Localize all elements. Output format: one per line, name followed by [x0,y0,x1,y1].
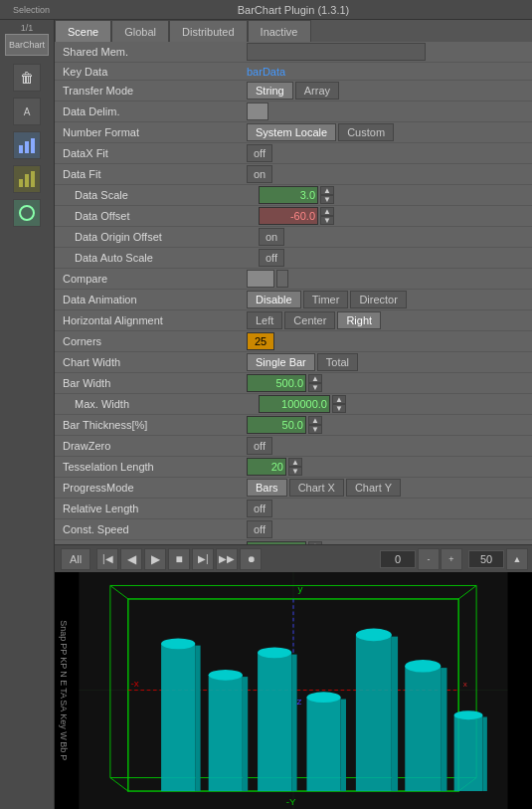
icon-a[interactable]: A [13,98,41,125]
bar-thickness-down[interactable]: ▼ [308,425,322,434]
btn-relative-length[interactable]: off [247,500,272,517]
row-chart-width: Chart Width Single Bar Total [55,352,532,373]
plugin-tabs: Scene Global Distributed Inactive [55,20,532,42]
btn-chart-y[interactable]: Chart Y [346,479,401,497]
svg-rect-21 [161,644,195,791]
svg-point-34 [356,629,392,642]
bar-width-input[interactable] [247,374,306,392]
tesselation-length-down[interactable]: ▼ [288,467,302,476]
tesselation-length-up[interactable]: ▲ [288,458,302,467]
btn-data-fit[interactable]: on [247,165,272,183]
btn-array[interactable]: Array [295,82,339,100]
btn-right[interactable]: Right [337,311,381,329]
btn-single-bar[interactable]: Single Bar [247,353,315,371]
data-delim-swatch[interactable] [247,102,268,120]
btn-left[interactable]: Left [247,311,282,329]
btn-string[interactable]: String [247,82,293,100]
bar-width-up[interactable]: ▲ [308,374,322,383]
bar-width-down[interactable]: ▼ [308,383,322,392]
svg-rect-32 [341,700,346,792]
const-speed-controls: off [247,520,528,538]
btn-datax-fit[interactable]: off [247,144,272,162]
icon-b[interactable] [13,131,41,159]
btn-next-frame[interactable]: ▶▶ [216,548,238,570]
btn-play[interactable]: ▶ [144,548,166,570]
btn-fps-up[interactable]: ▲ [506,548,528,570]
tab-global[interactable]: Global [111,20,169,42]
sidebar-item-barchart[interactable]: BarChart [5,34,49,56]
row-data-fit: Data Fit on [55,164,532,185]
btn-data-origin-offset[interactable]: on [259,228,284,246]
bar-thickness-input[interactable] [247,416,306,434]
row-shared-mem: Shared Mem. [55,42,532,63]
btn-custom[interactable]: Custom [338,123,394,141]
btn-stop[interactable]: ■ [168,548,190,570]
pp-label: PP [59,643,69,655]
viewport-3d[interactable]: y -Y -x z x Snap PP KP N E T [55,572,532,809]
row-max-width: Max. Width ▲ ▼ [55,394,532,415]
horizontal-alignment-controls: Left Center Right [247,311,528,329]
window-title: BarChart Plugin (1.3.1) [59,4,528,16]
icon-delete[interactable]: 🗑 [13,64,41,92]
sidebar-fraction: 1/1 [21,23,34,33]
row-data-offset: Data Offset ▲ ▼ [55,206,532,227]
max-width-down[interactable]: ▼ [332,404,346,413]
tab-inactive[interactable]: Inactive [248,20,311,42]
svg-rect-38 [441,668,446,791]
data-offset-down[interactable]: ▼ [320,216,334,225]
btn-all[interactable]: All [61,548,90,570]
btn-bars[interactable]: Bars [247,479,287,497]
btn-disable[interactable]: Disable [247,291,301,308]
icon-c[interactable] [13,165,41,193]
fps-input[interactable] [468,550,504,568]
compare-swatch2[interactable] [276,270,288,288]
svg-rect-41 [482,716,486,791]
tab-distributed[interactable]: Distributed [169,20,248,42]
data-offset-up[interactable]: ▲ [320,207,334,216]
btn-chart-x[interactable]: Chart X [289,479,344,497]
data-offset-spinner: ▲ ▼ [320,207,334,225]
corners-label: Corners [63,335,247,347]
btn-system-locale[interactable]: System Locale [247,123,336,141]
btn-total[interactable]: Total [317,353,358,371]
btn-prev-frame[interactable]: ◀ [120,548,142,570]
sa-label: SA [59,701,69,712]
data-offset-input[interactable] [259,207,318,225]
btn-center[interactable]: Center [284,311,335,329]
relative-length-controls: off [247,500,528,517]
shared-mem-btn[interactable] [247,43,426,61]
svg-rect-27 [258,653,291,791]
number-format-label: Number Format [63,126,247,138]
icon-d[interactable] [13,199,41,227]
btn-record[interactable]: ⏺ [240,548,262,570]
corners-input[interactable] [247,332,274,350]
data-scale-input[interactable] [259,186,318,204]
btn-drawzero[interactable]: off [247,437,272,455]
data-scale-down[interactable]: ▼ [320,195,334,204]
btn-step-forward[interactable]: ▶| [192,548,214,570]
data-scale-up[interactable]: ▲ [320,186,334,195]
btn-const-speed[interactable]: off [247,520,272,538]
btn-timer[interactable]: Timer [303,291,349,308]
svg-text:y: y [297,583,302,594]
btn-data-auto-scale[interactable]: off [259,249,284,267]
svg-text:-Y: -Y [286,796,296,807]
compare-swatch[interactable] [247,270,274,288]
btn-frame-plus[interactable]: + [441,548,462,570]
max-width-up[interactable]: ▲ [332,395,346,404]
max-width-spinner: ▲ ▼ [332,395,346,413]
tesselation-length-input[interactable] [247,458,286,476]
max-width-label: Max. Width [75,398,259,410]
max-width-input[interactable] [259,395,330,413]
btn-frame-minus[interactable]: - [418,548,440,570]
btn-director[interactable]: Director [350,291,407,308]
datax-fit-label: DataX Fit [63,147,247,159]
tesselation-length-spinner: ▲ ▼ [288,458,302,476]
btn-first-frame[interactable]: |◀ [96,548,118,570]
svg-point-40 [454,710,483,719]
frame-input[interactable] [380,550,416,568]
bar-thickness-spinner: ▲ ▼ [308,416,322,434]
tab-scene[interactable]: Scene [55,20,111,42]
bar-thickness-up[interactable]: ▲ [308,416,322,425]
svg-rect-23 [195,646,200,791]
